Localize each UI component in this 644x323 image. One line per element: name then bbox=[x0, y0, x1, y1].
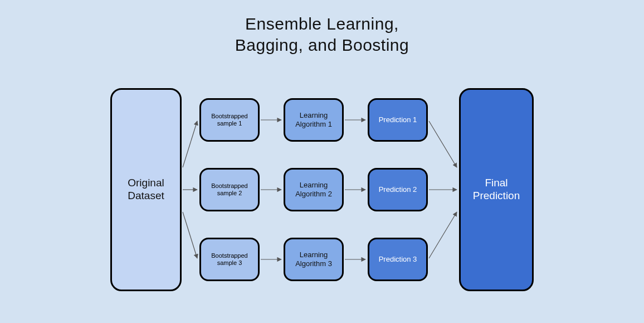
node-prediction-3: Prediction 3 bbox=[368, 238, 428, 281]
node-label: Bootstrappedsample 1 bbox=[211, 113, 247, 127]
node-label: LearningAlgorithm 1 bbox=[295, 111, 332, 128]
arrow bbox=[429, 212, 457, 258]
node-label: Bootstrappedsample 2 bbox=[211, 182, 247, 197]
node-prediction-1: Prediction 1 bbox=[368, 98, 428, 142]
node-label: Bootstrappedsample 3 bbox=[211, 252, 247, 267]
node-bootstrap-1: Bootstrappedsample 1 bbox=[199, 98, 260, 142]
node-label: Prediction 2 bbox=[379, 185, 417, 194]
node-label: Prediction 1 bbox=[379, 115, 417, 124]
node-original-dataset: OriginalDataset bbox=[110, 88, 182, 291]
node-algorithm-2: LearningAlgorithm 2 bbox=[284, 168, 344, 211]
node-label: OriginalDataset bbox=[128, 177, 164, 203]
node-label: FinalPrediction bbox=[473, 177, 520, 203]
node-final-prediction: FinalPrediction bbox=[459, 88, 534, 291]
arrow bbox=[183, 212, 197, 258]
node-label: LearningAlgorithm 3 bbox=[295, 250, 332, 268]
node-algorithm-3: LearningAlgorithm 3 bbox=[284, 238, 344, 281]
arrow bbox=[429, 121, 457, 167]
node-algorithm-1: LearningAlgorithm 1 bbox=[284, 98, 344, 142]
arrow bbox=[183, 121, 197, 167]
diagram-canvas: OriginalDataset Bootstrappedsample 1 Boo… bbox=[0, 0, 644, 323]
node-label: LearningAlgorithm 2 bbox=[295, 181, 332, 198]
node-bootstrap-3: Bootstrappedsample 3 bbox=[199, 238, 260, 281]
node-label: Prediction 3 bbox=[379, 255, 417, 264]
node-prediction-2: Prediction 2 bbox=[368, 168, 428, 211]
node-bootstrap-2: Bootstrappedsample 2 bbox=[199, 168, 260, 211]
